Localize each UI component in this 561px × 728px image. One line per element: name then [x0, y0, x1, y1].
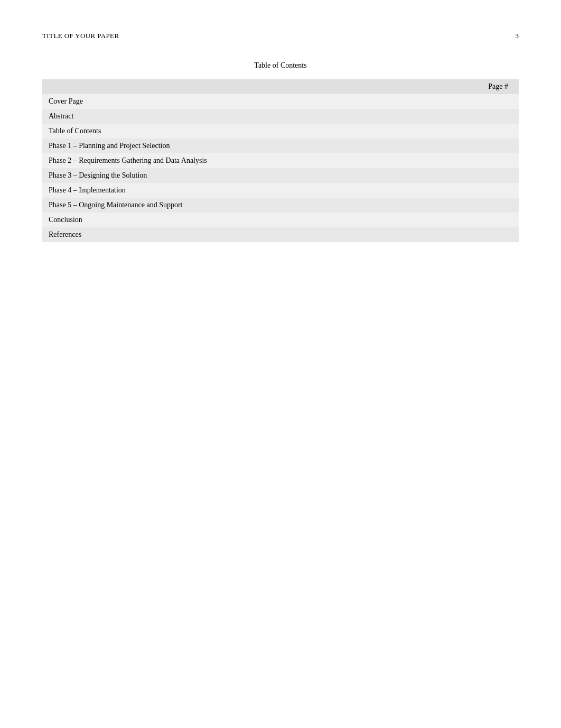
- toc-row-page: [462, 168, 519, 183]
- toc-row-page: [462, 124, 519, 139]
- toc-row-label: Abstract: [42, 109, 462, 124]
- toc-row-label: Cover Page: [42, 94, 462, 109]
- toc-row: References: [42, 227, 519, 242]
- toc-row: Phase 2 – Requirements Gathering and Dat…: [42, 153, 519, 168]
- toc-row-page: [462, 94, 519, 109]
- toc-row-label: Conclusion: [42, 213, 462, 227]
- page-number: 3: [516, 32, 519, 40]
- document-title: TITLE OF YOUR PAPER: [42, 32, 119, 40]
- page: TITLE OF YOUR PAPER 3 Table of Contents …: [0, 0, 561, 728]
- toc-col-page-header: Page #: [462, 79, 519, 94]
- toc-row: Phase 4 – Implementation: [42, 183, 519, 198]
- toc-row: Conclusion: [42, 213, 519, 227]
- toc-row-label: Phase 2 – Requirements Gathering and Dat…: [42, 153, 462, 168]
- toc-row: Abstract: [42, 109, 519, 124]
- toc-row: Phase 1 – Planning and Project Selection: [42, 139, 519, 153]
- toc-col-title-header: [42, 79, 462, 94]
- toc-row-page: [462, 213, 519, 227]
- toc-row: Cover Page: [42, 94, 519, 109]
- toc-row-label: Phase 4 – Implementation: [42, 183, 462, 198]
- page-header: TITLE OF YOUR PAPER 3: [42, 32, 519, 40]
- table-of-contents-section: Table of Contents Page # Cover PageAbstr…: [42, 61, 519, 242]
- toc-row-label: Phase 1 – Planning and Project Selection: [42, 139, 462, 153]
- toc-row-page: [462, 198, 519, 213]
- toc-heading: Table of Contents: [42, 61, 519, 70]
- toc-row-page: [462, 227, 519, 242]
- toc-row: Table of Contents: [42, 124, 519, 139]
- toc-header-row: Page #: [42, 79, 519, 94]
- toc-row-page: [462, 109, 519, 124]
- toc-row: Phase 5 – Ongoing Maintenance and Suppor…: [42, 198, 519, 213]
- toc-row-label: Table of Contents: [42, 124, 462, 139]
- toc-table: Page # Cover PageAbstractTable of Conten…: [42, 79, 519, 242]
- toc-row-label: Phase 5 – Ongoing Maintenance and Suppor…: [42, 198, 462, 213]
- toc-row-page: [462, 183, 519, 198]
- toc-row-label: Phase 3 – Designing the Solution: [42, 168, 462, 183]
- toc-row-page: [462, 153, 519, 168]
- toc-row: Phase 3 – Designing the Solution: [42, 168, 519, 183]
- toc-row-page: [462, 139, 519, 153]
- toc-row-label: References: [42, 227, 462, 242]
